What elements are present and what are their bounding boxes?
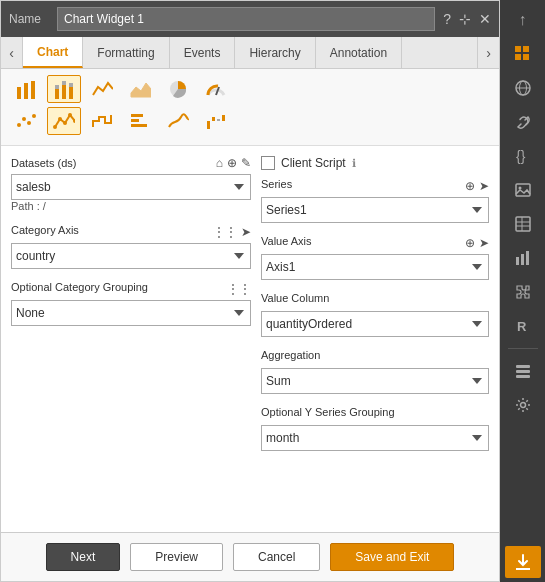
chart-type-gauge[interactable] bbox=[199, 75, 233, 103]
chart-type-scatter[interactable] bbox=[9, 107, 43, 135]
svg-line-11 bbox=[216, 87, 219, 95]
preview-button[interactable]: Preview bbox=[130, 543, 223, 571]
right-column: Client Script ℹ Series ⊕ ➤ Series1 bbox=[261, 156, 489, 522]
optional-y-series-grouping-select[interactable]: month bbox=[261, 425, 489, 451]
aggregation-select[interactable]: Sum bbox=[261, 368, 489, 394]
optional-y-series-grouping-label: Optional Y Series Grouping bbox=[261, 406, 395, 418]
chart-type-toolbar bbox=[1, 69, 499, 146]
sidebar-globe-icon[interactable] bbox=[505, 72, 541, 104]
widget-header: Name ? ⊹ ✕ bbox=[1, 1, 499, 37]
widget-title-input[interactable] bbox=[57, 7, 435, 31]
value-axis-add-icon[interactable]: ⊕ bbox=[465, 236, 475, 250]
svg-rect-21 bbox=[131, 114, 143, 117]
sidebar-stack-icon[interactable] bbox=[505, 355, 541, 387]
sidebar-r-icon[interactable]: R bbox=[505, 310, 541, 342]
svg-rect-47 bbox=[516, 370, 530, 373]
tab-bar: ‹ Chart Formatting Events Hierarchy Anno… bbox=[1, 37, 499, 69]
aggregation-label: Aggregation bbox=[261, 349, 320, 361]
value-column-group: Value Column quantityOrdered bbox=[261, 292, 489, 337]
tab-hierarchy[interactable]: Hierarchy bbox=[235, 37, 315, 68]
svg-rect-1 bbox=[24, 83, 28, 99]
sidebar-settings-icon[interactable] bbox=[505, 389, 541, 421]
value-axis-label: Value Axis bbox=[261, 235, 312, 247]
tab-chart[interactable]: Chart bbox=[23, 37, 83, 68]
svg-rect-8 bbox=[69, 83, 73, 87]
svg-point-14 bbox=[27, 121, 31, 125]
series-select[interactable]: Series1 bbox=[261, 197, 489, 223]
svg-point-13 bbox=[22, 117, 26, 121]
chart-type-hbar[interactable] bbox=[123, 107, 157, 135]
client-script-label: Client Script bbox=[281, 156, 346, 170]
sidebar-image-icon[interactable] bbox=[505, 174, 541, 206]
optional-category-grouping-select[interactable]: None bbox=[11, 300, 251, 326]
category-axis-select[interactable]: country bbox=[11, 243, 251, 269]
right-sidebar: ↑ {} R bbox=[500, 0, 545, 582]
tab-annotation[interactable]: Annotation bbox=[316, 37, 402, 68]
svg-rect-29 bbox=[523, 46, 529, 52]
category-axis-label: Category Axis bbox=[11, 224, 79, 236]
series-arrow-icon[interactable]: ➤ bbox=[479, 179, 489, 193]
name-label: Name bbox=[9, 12, 49, 26]
series-group: Series ⊕ ➤ Series1 bbox=[261, 178, 489, 223]
cancel-button[interactable]: Cancel bbox=[233, 543, 320, 571]
datasets-home-icon[interactable]: ⌂ bbox=[216, 156, 223, 170]
chart-type-step[interactable] bbox=[85, 107, 119, 135]
tab-right-arrow[interactable]: › bbox=[477, 37, 499, 68]
sidebar-divider bbox=[508, 348, 538, 349]
value-column-select[interactable]: quantityOrdered bbox=[261, 311, 489, 337]
svg-rect-7 bbox=[69, 87, 73, 99]
value-axis-select[interactable]: Axis1 bbox=[261, 254, 489, 280]
value-axis-arrow-icon[interactable]: ➤ bbox=[479, 236, 489, 250]
sidebar-curly-brace-icon[interactable]: {} bbox=[505, 140, 541, 172]
save-and-exit-button[interactable]: Save and Exit bbox=[330, 543, 454, 571]
sidebar-download-icon[interactable] bbox=[505, 546, 541, 578]
category-axis-tree-icon[interactable]: ⋮⋮ bbox=[213, 225, 237, 239]
svg-rect-25 bbox=[212, 117, 215, 121]
content-area: Datasets (ds) ⌂ ⊕ ✎ salesb Path : / bbox=[1, 146, 499, 532]
datasets-label: Datasets (ds) bbox=[11, 157, 76, 169]
chart-type-line-dots[interactable] bbox=[47, 107, 81, 135]
left-column: Datasets (ds) ⌂ ⊕ ✎ salesb Path : / bbox=[11, 156, 251, 522]
next-button[interactable]: Next bbox=[46, 543, 121, 571]
chart-type-waterfall[interactable] bbox=[199, 107, 233, 135]
chart-type-stacked-bar[interactable] bbox=[47, 75, 81, 103]
move-icon[interactable]: ⊹ bbox=[459, 11, 471, 27]
sidebar-puzzle-icon[interactable] bbox=[505, 276, 541, 308]
client-script-info-icon: ℹ bbox=[352, 157, 356, 170]
svg-text:{}: {} bbox=[516, 148, 526, 164]
svg-rect-0 bbox=[17, 87, 21, 99]
svg-rect-42 bbox=[516, 257, 519, 265]
category-axis-arrow-icon[interactable]: ➤ bbox=[241, 225, 251, 239]
svg-rect-4 bbox=[55, 85, 59, 89]
svg-rect-23 bbox=[131, 124, 147, 127]
client-script-row: Client Script ℹ bbox=[261, 156, 489, 170]
series-label: Series bbox=[261, 178, 292, 190]
sidebar-table-icon[interactable] bbox=[505, 208, 541, 240]
datasets-add-icon[interactable]: ⊕ bbox=[227, 156, 237, 170]
sidebar-link-icon[interactable] bbox=[505, 106, 541, 138]
series-add-icon[interactable]: ⊕ bbox=[465, 179, 475, 193]
sidebar-chart-icon[interactable] bbox=[505, 242, 541, 274]
help-icon[interactable]: ? bbox=[443, 11, 451, 27]
chart-type-bar[interactable] bbox=[9, 75, 43, 103]
chart-type-pie[interactable] bbox=[161, 75, 195, 103]
datasets-select[interactable]: salesb bbox=[11, 174, 251, 200]
footer: Next Preview Cancel Save and Exit bbox=[1, 532, 499, 581]
aggregation-group: Aggregation Sum bbox=[261, 349, 489, 394]
sidebar-up-arrow-icon[interactable]: ↑ bbox=[505, 4, 541, 36]
chart-type-line[interactable] bbox=[85, 75, 119, 103]
tab-events[interactable]: Events bbox=[170, 37, 236, 68]
tab-left-arrow[interactable]: ‹ bbox=[1, 37, 23, 68]
value-axis-group: Value Axis ⊕ ➤ Axis1 bbox=[261, 235, 489, 280]
chart-type-area[interactable] bbox=[123, 75, 157, 103]
datasets-header: Datasets (ds) ⌂ ⊕ ✎ bbox=[11, 156, 251, 170]
tab-formatting[interactable]: Formatting bbox=[83, 37, 169, 68]
datasets-edit-icon[interactable]: ✎ bbox=[241, 156, 251, 170]
sidebar-grid-icon[interactable] bbox=[505, 38, 541, 70]
optional-category-grouping-group: Optional Category Grouping ⋮⋮ None bbox=[11, 281, 251, 326]
value-column-label: Value Column bbox=[261, 292, 329, 304]
close-icon[interactable]: ✕ bbox=[479, 11, 491, 27]
optional-grouping-tree-icon[interactable]: ⋮⋮ bbox=[227, 282, 251, 296]
chart-type-spline[interactable] bbox=[161, 107, 195, 135]
client-script-checkbox[interactable] bbox=[261, 156, 275, 170]
